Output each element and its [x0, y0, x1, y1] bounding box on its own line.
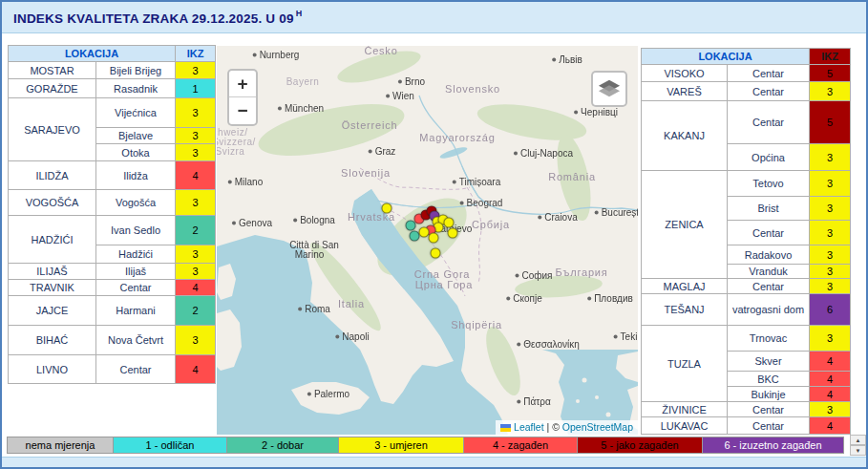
column-header-ikz: IKZ	[176, 46, 216, 62]
station-marker[interactable]	[429, 233, 439, 244]
zoom-control: + −	[227, 69, 258, 126]
table-row: TRAVNIK Centar 4	[9, 280, 216, 296]
ikz-value-cell: 4	[810, 417, 851, 435]
map-place-label: București	[595, 207, 638, 218]
zoom-in-button[interactable]: +	[229, 71, 256, 97]
map-place-label: Brno	[398, 76, 425, 87]
city-dot-icon	[228, 181, 232, 184]
map-place-label: Magyarország	[419, 132, 495, 143]
ikz-value-cell: 3	[810, 144, 851, 171]
table-row: HADŽIĆI Ivan Sedlo 2	[9, 216, 216, 245]
location-cell: Ivan Sedlo	[96, 216, 176, 245]
map-place-label: Cluj-Napoca	[514, 148, 573, 159]
location-cell: Nova Četvrt	[96, 326, 176, 355]
scrollbar: ▲ ▼	[850, 435, 866, 456]
ikz-value-cell: 3	[176, 98, 216, 128]
map-place-label: Graz	[369, 146, 396, 157]
column-header-lokacija: LOKACIJA	[9, 46, 176, 62]
station-marker[interactable]	[444, 218, 455, 228]
city-cell: ZENICA	[642, 171, 728, 279]
city-dot-icon	[552, 58, 556, 62]
station-marker[interactable]	[431, 248, 441, 259]
map-place-label: Genova	[232, 218, 272, 228]
location-cell: Centar	[728, 82, 810, 101]
table-row: JAJCE Harmani 2	[9, 296, 216, 326]
ikz-value-cell: 4	[810, 372, 851, 387]
map-place-label: România	[548, 171, 596, 182]
city-dot-icon	[460, 202, 464, 205]
scrollbar-down-button[interactable]: ▼	[850, 445, 866, 456]
ikz-value-cell: 3	[176, 245, 216, 264]
page-title-superscript: H	[296, 9, 303, 18]
left-aqi-table: LOKACIJA IKZ MOSTAR Bijeli Brijeg 3 GORA…	[8, 45, 216, 384]
legend-item-2: 2 - dobar	[226, 437, 339, 454]
map-place-label: Timișoara	[453, 177, 501, 187]
city-dot-icon	[538, 216, 541, 220]
ikz-value-cell: 3	[176, 62, 216, 79]
location-cell: Centar	[728, 221, 810, 245]
map-place-label: Львів	[552, 54, 582, 65]
city-dot-icon	[298, 308, 302, 311]
legend-item-3: 3 - umjeren	[338, 437, 464, 454]
station-marker[interactable]	[382, 203, 392, 214]
location-cell: Bijeli Brijeg	[96, 62, 176, 79]
city-dot-icon	[232, 222, 236, 225]
map-place-label: Italia	[338, 298, 365, 309]
location-cell: Rasadnik	[96, 79, 176, 98]
city-cell: VOGOŠĆA	[9, 190, 96, 216]
location-cell: Vranduk	[728, 265, 810, 279]
location-cell: Centar	[96, 355, 176, 384]
city-dot-icon	[253, 53, 257, 57]
city-cell: TRAVNIK	[9, 280, 96, 296]
map-attribution: Leaflet | © OpenStreetMap	[496, 420, 638, 435]
location-cell: Ilidža	[96, 161, 176, 190]
table-row: ILIJAŠ Ilijaš 3	[9, 264, 216, 280]
legend-item-no-data: nema mjerenja	[7, 437, 114, 454]
zoom-out-button[interactable]: −	[229, 97, 256, 124]
location-cell: Centar	[728, 402, 810, 417]
scrollbar-up-button[interactable]: ▲	[850, 435, 866, 445]
layers-control[interactable]	[591, 71, 627, 107]
ikz-value-cell: 3	[810, 221, 851, 245]
legend-item-6: 6 - izuzetno zagađen	[702, 437, 844, 454]
city-cell: ILIDŽA	[9, 161, 96, 190]
ikz-value-cell: 5	[810, 65, 851, 82]
city-dot-icon	[514, 152, 518, 156]
table-row: ŽIVINICE Centar 3	[642, 402, 851, 417]
map-place-label: Србија	[472, 219, 510, 230]
map-place-label: Slovensko	[445, 83, 500, 95]
map-place-label: Пловдив	[587, 293, 633, 304]
location-cell: Trnovac	[728, 326, 810, 352]
table-row: SARAJEVO Vijećnica 3	[9, 98, 216, 128]
location-cell: Radakovo	[728, 245, 810, 265]
map-place-label: Napoli	[335, 331, 369, 342]
location-cell: Bukinje	[728, 387, 810, 402]
osm-link[interactable]: OpenStreetMap	[562, 421, 633, 433]
ikz-value-cell: 3	[810, 197, 851, 221]
city-cell: ŽIVINICE	[642, 402, 728, 417]
station-marker[interactable]	[448, 228, 458, 239]
map-place-label: München	[278, 103, 324, 114]
map-place-label: България	[555, 266, 607, 278]
ikz-value-cell: 5	[810, 101, 851, 144]
map-place-label: Svizra	[217, 146, 244, 157]
table-row: LUKAVAC Centar 4	[642, 417, 851, 435]
city-dot-icon	[517, 400, 520, 404]
map-place-label: Црна Гора	[415, 279, 473, 290]
ikz-value-cell: 4	[176, 161, 216, 190]
ikz-value-cell: 3	[810, 326, 851, 352]
map-place-label: Nurnberg	[253, 50, 300, 60]
location-cell: Bjelave	[96, 128, 176, 144]
map-place-label: Bologna	[293, 215, 335, 225]
leaflet-map[interactable]: ČeskoSlovenskoÖsterreichMagyarországSlov…	[217, 46, 638, 435]
copyright-symbol: ©	[552, 421, 560, 433]
city-dot-icon	[335, 335, 339, 339]
leaflet-link[interactable]: Leaflet	[514, 421, 544, 433]
ikz-value-cell: 3	[810, 402, 851, 417]
location-cell: Vijećnica	[96, 98, 176, 128]
city-dot-icon	[614, 335, 618, 339]
location-cell: Brist	[728, 197, 810, 221]
city-cell: TUZLA	[642, 326, 728, 402]
table-row: VISOKO Centar 5	[642, 65, 851, 82]
ikz-value-cell: 3	[176, 128, 216, 144]
